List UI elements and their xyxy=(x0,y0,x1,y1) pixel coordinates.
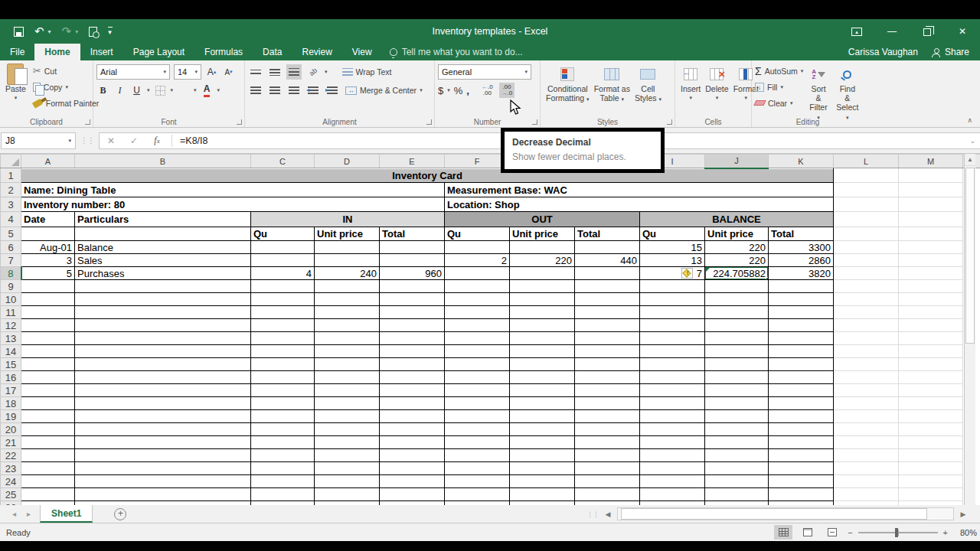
undo-dropdown-icon[interactable]: ▾ xyxy=(48,28,51,35)
cell-title[interactable]: Inventory Card xyxy=(21,168,834,183)
cell[interactable] xyxy=(75,384,251,397)
cell[interactable] xyxy=(769,358,834,371)
selected-cell-j8[interactable]: 224.705882 xyxy=(705,267,769,280)
formula-bar-gripper[interactable]: ⋮⋮ xyxy=(80,136,94,145)
cell-location[interactable]: Location: Shop xyxy=(445,197,834,212)
cell[interactable] xyxy=(769,475,834,488)
cell[interactable] xyxy=(380,345,445,358)
tab-file[interactable]: File xyxy=(0,44,34,60)
cell[interactable] xyxy=(575,397,640,410)
fill-button[interactable]: ↓Fill▾ xyxy=(755,79,803,95)
comma-style-button[interactable]: , xyxy=(466,85,469,96)
increase-indent-button[interactable] xyxy=(325,83,340,98)
column-header-m[interactable]: M xyxy=(899,155,963,168)
cell[interactable] xyxy=(575,293,640,306)
cell[interactable] xyxy=(21,397,75,410)
row-header[interactable]: 18 xyxy=(1,397,21,410)
cell[interactable] xyxy=(380,280,445,293)
cell[interactable] xyxy=(769,462,834,475)
cell[interactable] xyxy=(510,280,575,293)
cell[interactable] xyxy=(769,397,834,410)
enter-icon[interactable]: ✓ xyxy=(122,135,145,146)
fill-color-dropdown-icon[interactable]: ▾ xyxy=(194,87,197,93)
cell[interactable] xyxy=(251,371,315,384)
cell[interactable] xyxy=(899,332,963,345)
row-header[interactable]: 21 xyxy=(1,436,21,449)
number-dialog-launcher[interactable] xyxy=(532,119,537,125)
scroll-up-icon[interactable]: ▲ xyxy=(965,154,975,166)
fill-color-button[interactable] xyxy=(177,83,190,98)
restore-button[interactable] xyxy=(910,19,945,44)
cell-balance-total-header[interactable]: Total xyxy=(769,227,834,241)
paste-dropdown-icon[interactable]: ▾ xyxy=(15,93,18,103)
user-name[interactable]: Carissa Vaughan xyxy=(848,47,918,57)
autosum-button[interactable]: ΣAutoSum▾ xyxy=(755,63,803,79)
cell-g7[interactable]: 220 xyxy=(510,254,575,267)
cell[interactable] xyxy=(445,332,510,345)
cell[interactable] xyxy=(834,345,899,358)
cell[interactable] xyxy=(445,488,510,501)
align-left-button[interactable] xyxy=(248,83,263,98)
cell[interactable] xyxy=(510,345,575,358)
cell[interactable] xyxy=(21,410,75,423)
redo-dropdown-icon[interactable]: ▾ xyxy=(75,28,78,35)
cell-particulars-header[interactable]: Particulars xyxy=(75,212,251,227)
row-header[interactable]: 19 xyxy=(1,410,21,423)
zoom-slider-thumb[interactable] xyxy=(895,528,898,537)
column-header-b[interactable]: B xyxy=(75,155,251,168)
page-layout-view-button[interactable] xyxy=(799,525,817,540)
cell[interactable] xyxy=(769,306,834,319)
cell[interactable] xyxy=(21,332,75,345)
cell[interactable] xyxy=(75,449,251,462)
cell-e8[interactable]: 960 xyxy=(380,267,445,280)
accounting-format-button[interactable]: $ xyxy=(438,85,443,96)
cell[interactable] xyxy=(899,241,963,254)
cell[interactable] xyxy=(769,371,834,384)
cell[interactable] xyxy=(834,423,899,436)
cell[interactable] xyxy=(705,293,769,306)
cell[interactable] xyxy=(315,371,380,384)
zoom-out-icon[interactable]: − xyxy=(848,528,852,537)
cell[interactable] xyxy=(769,345,834,358)
cell[interactable] xyxy=(575,475,640,488)
cell-j7[interactable]: 220 xyxy=(705,254,769,267)
cell-i7[interactable]: 13 xyxy=(640,254,705,267)
paste-button[interactable]: Paste ▾ xyxy=(3,63,28,111)
cell-b8[interactable]: Purchases xyxy=(75,267,251,280)
cell-g8[interactable] xyxy=(510,267,575,280)
cell[interactable] xyxy=(834,475,899,488)
cell[interactable] xyxy=(75,358,251,371)
customize-qat-icon[interactable]: ▾ xyxy=(108,27,113,36)
underline-button[interactable]: U xyxy=(130,83,143,98)
cell[interactable] xyxy=(510,384,575,397)
orientation-button[interactable]: ab xyxy=(305,64,321,80)
cell[interactable] xyxy=(315,384,380,397)
cell[interactable] xyxy=(510,462,575,475)
cell[interactable] xyxy=(251,358,315,371)
undo-button[interactable]: ↶ xyxy=(34,24,44,38)
column-header-k[interactable]: K xyxy=(769,155,834,168)
cell[interactable] xyxy=(510,332,575,345)
row-header[interactable]: 9 xyxy=(1,280,21,293)
cell[interactable] xyxy=(575,358,640,371)
cut-button[interactable]: ✂Cut xyxy=(33,63,99,79)
cell[interactable] xyxy=(640,345,705,358)
cell[interactable] xyxy=(75,227,251,241)
middle-align-button[interactable] xyxy=(267,64,283,80)
borders-dropdown-icon[interactable]: ▾ xyxy=(171,87,174,93)
cell[interactable] xyxy=(445,410,510,423)
cell[interactable] xyxy=(769,293,834,306)
cell[interactable] xyxy=(445,475,510,488)
align-right-button[interactable] xyxy=(286,83,302,98)
cell[interactable] xyxy=(315,306,380,319)
row-header[interactable]: 1 xyxy=(1,168,21,183)
cell[interactable] xyxy=(705,423,769,436)
tell-me-box[interactable]: Tell me what you want to do... xyxy=(390,44,523,60)
cell[interactable] xyxy=(380,384,445,397)
cell[interactable] xyxy=(445,384,510,397)
cell[interactable] xyxy=(769,332,834,345)
find-select-button[interactable]: Find & Select ▾ xyxy=(834,63,861,124)
cell[interactable] xyxy=(21,319,75,332)
formula-input[interactable]: =K8/I8 xyxy=(175,135,208,146)
cell-a6[interactable]: Aug-01 xyxy=(21,241,75,254)
